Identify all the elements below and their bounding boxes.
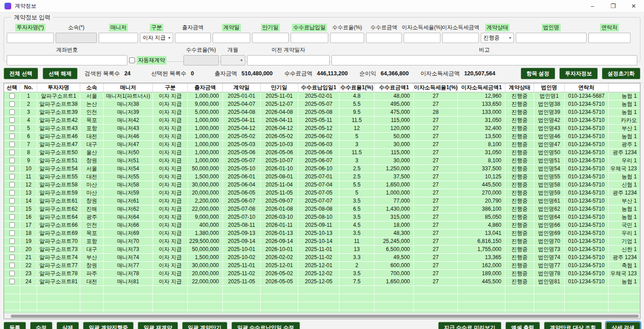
detail-search-button[interactable]: 상세 검색 — [606, 322, 640, 329]
manager-input[interactable] — [99, 33, 138, 43]
header-cell-No.[interactable]: No. — [20, 83, 37, 92]
fee-rate-input[interactable] — [330, 33, 364, 43]
bulk-renewal-button[interactable]: 일괄 재계약 — [138, 322, 178, 329]
table-row[interactable]: 1알파구소프트1서울매니저1(파트너사)이자 지급1,000,0002025-0… — [4, 92, 640, 100]
fee-payment-date-input[interactable] — [291, 33, 328, 43]
row-checkbox[interactable] — [9, 126, 15, 131]
table-row[interactable]: 18알파구소프트69목포매니저69이자 지급1,380,0002025-09-1… — [4, 229, 640, 238]
table-row[interactable]: 12알파구소프트58마산매니저58이자 지급30,000,0002025-06-… — [4, 181, 640, 189]
row-checkbox[interactable] — [9, 255, 15, 260]
table-row[interactable]: 10알파구소프트54서울매니저54이자 지급50,000,0002025-05-… — [4, 165, 640, 173]
select-all-button[interactable]: 전체 선택 — [4, 68, 38, 79]
row-checkbox[interactable] — [9, 230, 15, 236]
corporation-name-input[interactable] — [516, 33, 587, 43]
header-cell-account[interactable] — [609, 83, 640, 92]
header-cell-이자소득세금액1[interactable]: 이자소득세금액1 — [458, 83, 505, 92]
row-checkbox[interactable] — [9, 214, 15, 220]
header-cell-이자소득세율1(%)[interactable]: 이자소득세율1(%) — [414, 83, 458, 92]
table-row[interactable]: 13알파구소프트59마산매니저59이자 지급20,000,0002025-06-… — [4, 189, 640, 197]
header-cell-연락처[interactable]: 연락처 — [565, 83, 609, 92]
row-checkbox[interactable] — [9, 190, 15, 195]
row-checkbox[interactable] — [9, 263, 15, 268]
table-row[interactable]: 15알파구소프트62진해매니저62이자 지급22,000,0002025-07-… — [4, 205, 640, 213]
contact-input[interactable] — [588, 33, 631, 43]
table-row[interactable]: 23알파구소프트78파주매니저78이자 지급20,000,0002025-11-… — [4, 270, 640, 278]
header-cell-수수료율1(%)[interactable]: 수수료율1(%) — [339, 83, 374, 92]
excel-export-button[interactable]: 엑셀 출력 — [505, 322, 540, 329]
register-button[interactable]: 등록 — [4, 322, 26, 329]
table-row[interactable]: 17알파구소프트66인천매니저66이자 지급400,0002025-08-112… — [4, 221, 640, 229]
table-row[interactable]: 8알파구소프트50울산매니저50이자 지급1,000,0002025-05-06… — [4, 149, 640, 157]
table-row[interactable]: 11알파구소프트55대전매니저55이자 지급1,500,0002025-06-0… — [4, 173, 640, 181]
table-row[interactable]: 19알파구소프트70포항매니저70이자 지급229,500,0002025-09… — [4, 238, 640, 246]
header-cell-수수료납입일1[interactable]: 수수료납입일1 — [298, 83, 339, 92]
row-checkbox[interactable] — [9, 93, 15, 99]
column-settings-button[interactable]: 항목 설정 — [521, 68, 555, 79]
header-cell-만기일[interactable]: 만기일 — [261, 83, 298, 92]
row-checkbox[interactable] — [9, 158, 15, 163]
table-row[interactable]: 16알파구소프트64광주매니저64이자 지급9,000,0002025-07-1… — [4, 213, 640, 221]
header-cell-소속[interactable]: 소속 — [80, 83, 104, 92]
investment-amount-input[interactable] — [175, 33, 211, 43]
table-row[interactable]: 5알파구소프트43포항매니저43이자 지급1,000,0002025-04-12… — [4, 125, 640, 133]
months-select[interactable]: ▾ — [221, 55, 245, 65]
auto-renewal-checkbox[interactable]: 자동재계약 — [129, 55, 166, 65]
table-row[interactable]: 3알파구소프트39인천매니저39이자 지급5,000,0002025-04-08… — [4, 108, 640, 117]
account-number-input[interactable] — [7, 55, 127, 65]
edit-button[interactable]: 수정 — [30, 322, 52, 329]
table-row[interactable]: 24알파구소프트81대전매니저81이자 지급22,000,0002025-11-… — [4, 278, 640, 286]
table-row[interactable]: 6알파구소프트46대전매니저46이자 지급1,000,0002025-05-02… — [4, 133, 640, 141]
maximize-button[interactable]: ❐ — [603, 0, 623, 13]
header-cell-계약일[interactable]: 계약일 — [223, 83, 261, 92]
remarks-input[interactable] — [331, 55, 637, 65]
table-row[interactable]: 14알파구소프트61창원매니저61이자 지급2,200,0002025-06-0… — [4, 197, 640, 205]
row-checkbox[interactable] — [9, 279, 15, 284]
row-checkbox[interactable] — [9, 117, 15, 123]
header-cell-매니저[interactable]: 매니저 — [104, 83, 153, 92]
header-cell-출자금액[interactable]: 출자금액 — [188, 83, 223, 92]
table-row[interactable]: 22알파구소프트77창원매니저77이자 지급30,000,0002025-11-… — [4, 262, 640, 270]
header-cell-수수료금액1[interactable]: 수수료금액1 — [374, 83, 414, 92]
scrollbar-thumb[interactable] — [11, 315, 639, 318]
horizontal-scrollbar[interactable] — [4, 313, 640, 319]
header-cell-선택[interactable]: 선택 — [4, 83, 20, 92]
close-button[interactable]: ✕ — [623, 0, 644, 13]
row-checkbox[interactable] — [9, 109, 15, 115]
bulk-expiry-button[interactable]: 일괄 계약만기 — [182, 322, 227, 329]
fee-preview-button[interactable]: 지급 수수료 미리보기 — [438, 322, 501, 329]
row-checkbox[interactable] — [9, 150, 15, 155]
fee-amount-input[interactable] — [366, 33, 402, 43]
bulk-fee-date-button[interactable]: 일괄 수수료납입일 수정 — [231, 322, 300, 329]
row-checkbox[interactable] — [9, 271, 15, 276]
expiry-search-button[interactable]: 계약만료 대상 조회 — [544, 322, 602, 329]
previous-contract-date-input[interactable] — [247, 55, 330, 65]
category-select[interactable]: 이자 지급▾ — [140, 33, 173, 43]
table-row[interactable]: 2알파구소프트38논산매니저38이자 지급9,000,0002025-04-07… — [4, 100, 640, 108]
investor-name-input[interactable] — [7, 33, 54, 43]
checkbox-icon[interactable] — [129, 57, 135, 63]
header-cell-투자자명[interactable]: 투자자명 — [37, 83, 80, 92]
minimize-button[interactable]: – — [582, 0, 603, 13]
interest-tax-rate-input[interactable] — [404, 33, 440, 43]
header-cell-법인명[interactable]: 법인명 — [534, 83, 565, 92]
contract-status-select[interactable]: 진행중▾ — [481, 33, 514, 43]
row-checkbox[interactable] — [9, 222, 15, 228]
table-row[interactable]: 21알파구소프트74부산매니저74이자 지급1,500,0002025-10-0… — [4, 254, 640, 262]
deselect-button[interactable]: 선택 해제 — [43, 68, 77, 79]
row-checkbox[interactable] — [9, 174, 15, 179]
row-checkbox[interactable] — [9, 198, 15, 203]
table-row[interactable]: 9알파구소프트51창원매니저51이자 지급1,000,0002025-05-07… — [4, 157, 640, 165]
row-checkbox[interactable] — [9, 142, 15, 147]
table-row[interactable]: 7알파구소프트47대구매니저47이자 지급1,000,0002025-05-03… — [4, 141, 640, 149]
row-checkbox[interactable] — [9, 206, 15, 212]
contract-date-input[interactable] — [213, 33, 250, 43]
header-cell-구분[interactable]: 구분 — [153, 83, 188, 92]
row-checkbox[interactable] — [9, 166, 15, 171]
row-checkbox[interactable] — [9, 247, 15, 252]
row-checkbox[interactable] — [9, 238, 15, 244]
table-row[interactable]: 20알파구소프트73대구매니저73이자 지급50,000,0002025-10-… — [4, 246, 640, 254]
settings-reset-button[interactable]: 설정초기화 — [602, 68, 640, 79]
investor-info-button[interactable]: 투자자정보 — [559, 68, 598, 79]
bulk-status-button[interactable]: 일괄 계약진행중 — [83, 322, 134, 329]
row-checkbox[interactable] — [9, 134, 15, 139]
